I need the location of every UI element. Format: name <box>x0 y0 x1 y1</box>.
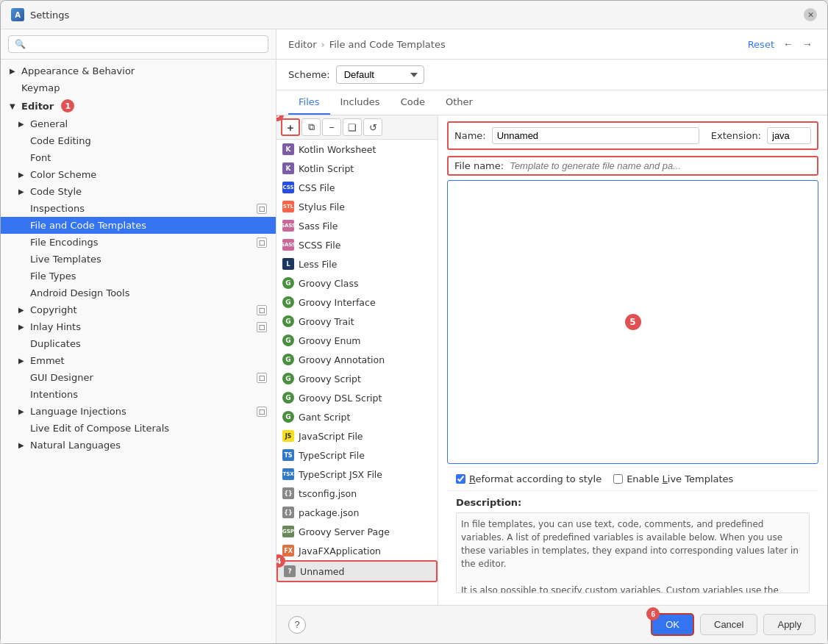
sidebar-item-copyright[interactable]: ▶ Copyright □ <box>1 301 276 318</box>
template-item-unnamed[interactable]: 4 ? Unnamed <box>276 560 438 582</box>
sidebar-item-intentions[interactable]: Intentions <box>1 386 276 403</box>
name-input[interactable] <box>492 127 699 144</box>
copy-template-button[interactable]: ⧉ <box>301 118 321 136</box>
sidebar-item-label: File Types <box>30 271 76 282</box>
nav-tree: ▶ Appearance & Behavior Keymap ▼ Editor … <box>1 60 276 643</box>
add-template-button[interactable]: + <box>281 118 300 136</box>
template-item-kotlin-worksheet[interactable]: K Kotlin Worksheet <box>276 140 438 159</box>
sidebar-item-android-design-tools[interactable]: Android Design Tools <box>1 285 276 301</box>
sidebar-item-live-templates[interactable]: Live Templates <box>1 251 276 268</box>
sidebar-item-inlay-hints[interactable]: ▶ Inlay Hints □ <box>1 318 276 335</box>
template-item-kotlin-script[interactable]: K Kotlin Script <box>276 159 438 178</box>
back-button[interactable]: ← <box>780 37 796 51</box>
tab-code[interactable]: Code <box>390 90 435 115</box>
expand-arrow: ▶ <box>18 171 27 179</box>
sidebar-item-keymap[interactable]: Keymap <box>1 79 276 96</box>
sidebar-item-natural-languages[interactable]: ▶ Natural Languages <box>1 437 276 454</box>
filename-input[interactable] <box>510 160 811 171</box>
groovy-server-page-icon: GSP <box>282 526 294 537</box>
sidebar-item-duplicates[interactable]: Duplicates <box>1 335 276 352</box>
tsconfig-json-icon: {} <box>282 487 294 499</box>
sidebar-item-color-scheme[interactable]: ▶ Color Scheme <box>1 166 276 183</box>
sidebar-item-code-editing[interactable]: Code Editing <box>1 132 276 149</box>
scss-file-icon: SASS <box>282 239 294 251</box>
breadcrumb-page: File and Code Templates <box>329 39 446 50</box>
template-item-groovy-dsl-script[interactable]: G Groovy DSL Script <box>276 388 438 407</box>
reformat-checkbox-label[interactable]: Reformat according to style <box>456 473 602 484</box>
template-editor[interactable]: 5 <box>447 180 818 464</box>
badge-6: 6 <box>646 607 660 620</box>
reformat-label: Reformat according to style <box>469 473 602 484</box>
groovy-class-icon: G <box>282 277 294 289</box>
live-templates-checkbox[interactable] <box>613 474 623 484</box>
sidebar-item-label: GUI Designer <box>30 372 93 383</box>
duplicate-template-button[interactable]: ❑ <box>343 118 362 136</box>
sidebar-item-live-edit-compose[interactable]: Live Edit of Compose Literals <box>1 420 276 437</box>
template-item-gant-script[interactable]: G Gant Script <box>276 407 438 426</box>
sidebar-item-font[interactable]: Font <box>1 149 276 166</box>
kotlin-script-icon: K <box>282 162 294 174</box>
template-item-typescript-file[interactable]: TS TypeScript File <box>276 446 438 465</box>
template-item-javafx-application[interactable]: FX JavaFXApplication <box>276 541 438 560</box>
sidebar-item-editor[interactable]: ▼ Editor 1 <box>1 96 276 115</box>
ok-button[interactable]: 6 OK <box>651 613 694 636</box>
template-item-tsconfig-json[interactable]: {} tsconfig.json <box>276 484 438 503</box>
template-item-groovy-interface[interactable]: G Groovy Interface <box>276 293 438 312</box>
sidebar-item-file-types[interactable]: File Types <box>1 268 276 285</box>
template-item-label: Groovy Trait <box>299 316 354 327</box>
scheme-select[interactable]: Default Project <box>336 65 424 84</box>
reset-link[interactable]: Reset <box>748 39 774 50</box>
template-item-css-file[interactable]: CSS CSS File <box>276 178 438 197</box>
tab-other[interactable]: Other <box>435 90 483 115</box>
sidebar-item-label: Android Design Tools <box>30 287 129 298</box>
template-item-typescript-jsx-file[interactable]: TSX TypeScript JSX File <box>276 465 438 484</box>
apply-button[interactable]: Apply <box>763 614 815 635</box>
close-button[interactable]: ✕ <box>804 8 817 21</box>
expand-arrow: ▶ <box>18 306 27 314</box>
less-file-icon: L <box>282 258 294 270</box>
template-item-groovy-class[interactable]: G Groovy Class <box>276 273 438 293</box>
tab-files[interactable]: Files <box>288 90 330 115</box>
template-item-label: Groovy DSL Script <box>299 393 382 404</box>
sidebar-item-gui-designer[interactable]: GUI Designer □ <box>1 369 276 386</box>
remove-template-button[interactable]: − <box>322 118 341 136</box>
template-item-groovy-enum[interactable]: G Groovy Enum <box>276 331 438 350</box>
filename-row: File name: <box>447 156 818 176</box>
reset-template-button[interactable]: ↺ <box>363 118 382 136</box>
sidebar-item-file-code-templates[interactable]: File and Code Templates <box>1 217 276 234</box>
sidebar-item-appearance[interactable]: ▶ Appearance & Behavior <box>1 62 276 79</box>
sidebar-item-label: Copyright <box>30 304 77 315</box>
sidebar-item-inspections[interactable]: Inspections □ <box>1 200 276 217</box>
template-item-package-json[interactable]: {} package.json <box>276 503 438 522</box>
sidebar-item-language-injections[interactable]: ▶ Language Injections □ <box>1 403 276 420</box>
sidebar-item-emmet[interactable]: ▶ Emmet <box>1 352 276 369</box>
template-item-label: package.json <box>299 507 359 518</box>
template-item-sass-file[interactable]: SASS Sass File <box>276 216 438 235</box>
reformat-checkbox[interactable] <box>456 474 465 484</box>
template-item-less-file[interactable]: L Less File <box>276 254 438 273</box>
template-item-groovy-annotation[interactable]: G Groovy Annotation <box>276 350 438 369</box>
template-item-label: Groovy Annotation <box>299 354 385 365</box>
extension-input[interactable] <box>767 127 811 144</box>
css-file-icon: CSS <box>282 182 294 193</box>
groovy-annotation-icon: G <box>282 354 294 365</box>
template-item-stylus-file[interactable]: STL Stylus File <box>276 197 438 216</box>
sidebar-item-label: Font <box>30 152 51 163</box>
tab-includes[interactable]: Includes <box>330 90 390 115</box>
help-button[interactable]: ? <box>288 616 306 634</box>
tabs-row: Files Includes Code Other <box>276 90 827 115</box>
lang-inj-badge: □ <box>257 407 267 417</box>
template-item-groovy-server-page[interactable]: GSP Groovy Server Page <box>276 522 438 541</box>
template-item-javascript-file[interactable]: JS JavaScript File <box>276 426 438 446</box>
sidebar-item-general[interactable]: ▶ General <box>1 115 276 132</box>
template-item-groovy-script[interactable]: G Groovy Script <box>276 369 438 388</box>
sidebar-item-code-style[interactable]: ▶ Code Style <box>1 183 276 200</box>
template-item-groovy-trait[interactable]: G Groovy Trait <box>276 312 438 331</box>
template-item-scss-file[interactable]: SASS SCSS File <box>276 235 438 254</box>
cancel-button[interactable]: Cancel <box>700 614 757 635</box>
sidebar-item-file-encodings[interactable]: File Encodings □ <box>1 234 276 251</box>
live-templates-checkbox-label[interactable]: Enable Live Templates <box>613 473 733 484</box>
search-input[interactable] <box>8 35 268 53</box>
forward-button[interactable]: → <box>799 37 815 51</box>
breadcrumb-sep: › <box>321 39 324 50</box>
